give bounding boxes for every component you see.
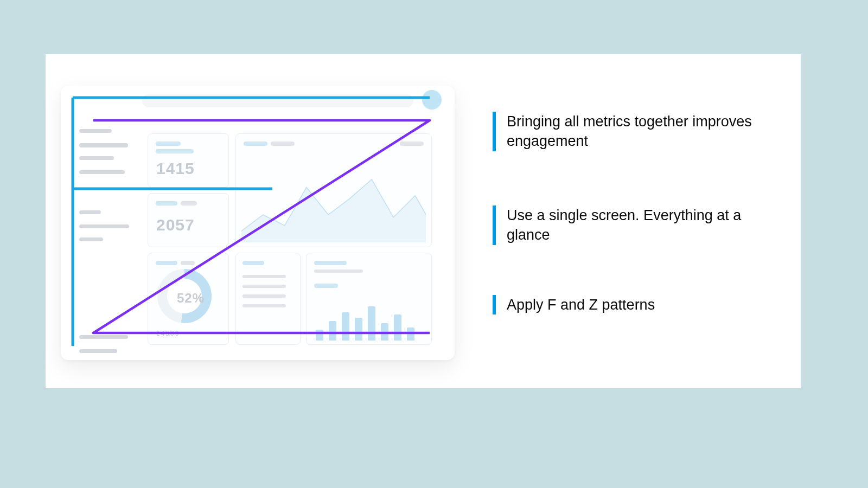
line-chart-icon	[241, 166, 426, 242]
sidebar-placeholder	[79, 156, 114, 160]
bullet-list: Bringing all metrics together improves e…	[493, 112, 775, 369]
slide: 1415 2057 52% 24500	[46, 54, 801, 388]
sidebar-placeholder	[79, 143, 128, 147]
search-bar-placeholder	[142, 94, 413, 107]
stat-value-2: 2057	[156, 216, 195, 234]
donut-percent: 52%	[177, 291, 205, 306]
line-chart-card	[235, 133, 432, 247]
sidebar-placeholder	[79, 210, 101, 214]
bar-chart-icon	[316, 303, 424, 341]
sidebar-placeholder	[79, 349, 117, 353]
list-card	[235, 253, 301, 345]
sidebar-placeholder	[79, 237, 103, 241]
sidebar-placeholder	[79, 224, 129, 228]
avatar-icon	[422, 90, 442, 110]
stat-value-1: 1415	[156, 159, 195, 178]
bullet-item: Use a single screen. Everything at a gla…	[493, 206, 775, 245]
dashboard-mock: 1415 2057 52% 24500	[61, 86, 455, 360]
sidebar-placeholder	[79, 335, 128, 339]
bullet-item: Apply F and Z patterns	[493, 295, 775, 314]
donut-axis-label: 24500	[156, 330, 180, 337]
sidebar-placeholder	[79, 170, 125, 174]
sidebar-placeholder	[79, 129, 112, 133]
bullet-item: Bringing all metrics together improves e…	[493, 112, 775, 151]
